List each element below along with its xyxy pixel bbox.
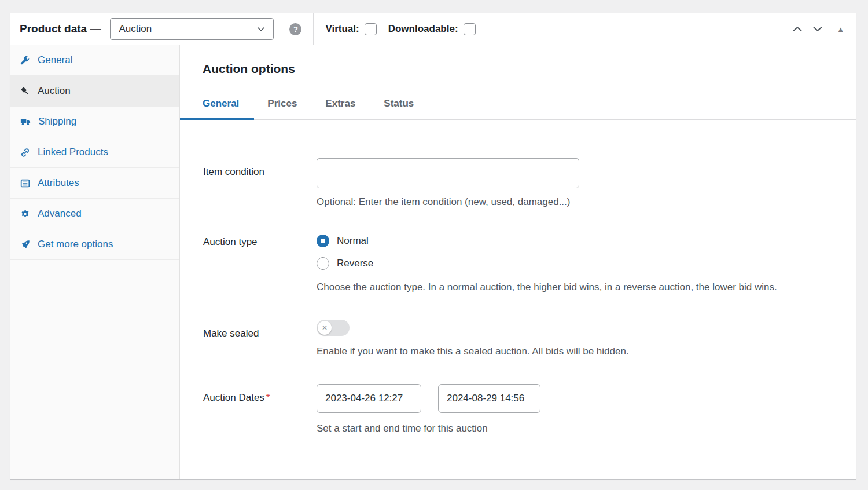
move-up-button[interactable] [791,23,804,35]
list-icon [20,178,30,188]
sidebar-item-label: Auction [38,85,71,97]
auction-type-reverse-option[interactable]: Reverse [317,257,777,270]
help-icon[interactable]: ? [289,23,301,35]
sidebar-item-label: Linked Products [38,147,108,158]
auction-end-date-input[interactable] [438,384,540,413]
auction-dates-label-text: Auction Dates [203,392,264,403]
product-type-select[interactable]: Auction [110,18,274,40]
auction-type-reverse-label: Reverse [337,258,373,269]
make-sealed-label: Make sealed [203,320,317,357]
metabox-body: General Auction Shipping Linked Products [10,45,856,479]
item-condition-row: Item condition Optional: Enter the item … [180,158,856,208]
auction-type-control: Normal Reverse Choose the auction type. … [317,235,777,293]
gear-icon [20,209,30,219]
auction-type-normal-label: Normal [337,235,369,247]
move-down-button[interactable] [811,23,824,35]
auction-type-normal-option[interactable]: Normal [317,235,777,247]
downloadable-checkbox[interactable] [464,23,476,35]
product-data-tabs-sidebar: General Auction Shipping Linked Products [10,45,180,479]
virtual-checkbox-group: Virtual: [325,23,376,35]
virtual-label: Virtual: [325,23,359,35]
sidebar-item-auction[interactable]: Auction [10,76,179,107]
product-data-header: Product data — Auction ? Virtual: Downlo… [10,13,856,45]
auction-dates-control: Set a start and end time for this auctio… [317,384,540,434]
sidebar-item-attributes[interactable]: Attributes [10,168,179,199]
required-marker: * [266,392,270,403]
virtual-checkbox[interactable] [365,23,377,35]
auction-dates-inputs [317,384,540,413]
sidebar-item-label: Attributes [38,177,79,189]
downloadable-label: Downloadable: [388,23,458,35]
header-divider [313,13,314,45]
tab-status[interactable]: Status [384,98,414,119]
chevron-down-icon [811,23,824,35]
wrench-icon [20,56,30,65]
panel-heading: Auction options [203,62,856,76]
item-condition-control: Optional: Enter the item condition (new,… [317,158,579,208]
item-condition-help: Optional: Enter the item condition (new,… [317,196,579,208]
product-data-metabox: Product data — Auction ? Virtual: Downlo… [10,13,856,480]
tab-extras[interactable]: Extras [325,98,355,119]
tab-general[interactable]: General [203,98,239,119]
make-sealed-control: ✕ Enable if you want to make this a seal… [317,320,629,357]
sidebar-item-advanced[interactable]: Advanced [10,199,179,229]
make-sealed-help: Enable if you want to make this a sealed… [317,346,629,357]
metabox-title: Product data — [20,23,101,35]
radio-selected-icon[interactable] [317,235,329,247]
radio-unselected-icon[interactable] [317,257,329,270]
auction-dates-help: Set a start and end time for this auctio… [317,423,540,434]
auction-start-date-input[interactable] [317,384,421,413]
select-chevron-down-icon [256,24,266,34]
auction-type-row: Auction type Normal Reverse Choose the a… [180,235,856,293]
auction-type-help: Choose the auction type. In a normal auc… [317,281,777,293]
sidebar-item-get-more-options[interactable]: Get more options [10,229,179,260]
chevron-up-icon [791,23,804,35]
downloadable-checkbox-group: Downloadable: [388,23,476,35]
sidebar-item-label: Shipping [38,116,76,127]
auction-options-panel: Auction options General Prices Extras St… [180,45,856,479]
toggle-panel-button[interactable]: ▲ [837,25,844,34]
auction-subtabs: General Prices Extras Status [180,98,856,120]
gavel-icon [20,86,30,96]
make-sealed-row: Make sealed ✕ Enable if you want to make… [180,320,856,357]
auction-type-label: Auction type [203,235,317,293]
auction-dates-label: Auction Dates* [203,384,317,434]
sidebar-item-label: Advanced [38,208,82,220]
link-icon [20,148,30,158]
auction-dates-row: Auction Dates* Set a start and end time … [180,384,856,434]
item-condition-label: Item condition [203,158,317,208]
truck-icon [20,116,31,127]
rocket-icon [20,240,30,250]
sidebar-item-label: General [38,54,72,66]
product-type-value: Auction [119,23,152,35]
sidebar-item-linked-products[interactable]: Linked Products [10,137,179,168]
sidebar-item-label: Get more options [38,239,113,250]
toggle-off-icon: ✕ [318,321,332,335]
tab-prices[interactable]: Prices [267,98,297,119]
make-sealed-toggle[interactable]: ✕ [317,320,350,336]
sidebar-item-general[interactable]: General [10,45,179,76]
auction-general-form: Item condition Optional: Enter the item … [180,158,856,434]
item-condition-input[interactable] [317,158,579,188]
sidebar-item-shipping[interactable]: Shipping [10,107,179,137]
